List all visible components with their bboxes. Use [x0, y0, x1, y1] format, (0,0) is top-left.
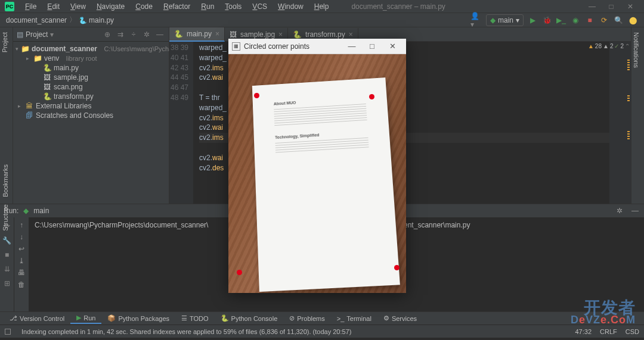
line-number-gutter: 38 39 40 41 42 43 44 45 46 47 48 49	[169, 42, 193, 204]
inspection-stripe[interactable]: ▲28 ▲2 ✓2 ⌃	[609, 42, 631, 204]
hide-icon[interactable]: —	[154, 30, 165, 39]
chevron-down-icon[interactable]: ▾	[50, 30, 54, 39]
debug-button-icon[interactable]: 🐞	[541, 15, 552, 26]
file-transform-py[interactable]: 🐍transform.py	[13, 92, 169, 101]
layout-icon[interactable]: ⊞	[2, 278, 13, 289]
minimize-icon[interactable]: —	[583, 1, 601, 13]
file-main-py[interactable]: 🐍main.py	[13, 63, 169, 73]
corner-dot-tl	[254, 93, 259, 98]
python-icon: ◆	[490, 16, 496, 24]
menu-window[interactable]: Window	[273, 1, 308, 12]
code-with-me-icon[interactable]: 👤▾	[470, 15, 482, 26]
corner-dot-bl	[237, 270, 242, 275]
title-bar: PC File Edit View Navigate Code Refactor…	[0, 0, 644, 13]
menu-refactor[interactable]: Refactor	[159, 1, 195, 12]
down-icon[interactable]: ↓	[20, 233, 23, 241]
close-tab-icon[interactable]: ×	[278, 30, 283, 39]
project-tree[interactable]: ▾📁 document_scanner C:\Users\mwang\Pycha…	[13, 42, 169, 123]
run-tab[interactable]: ▶Run	[70, 313, 101, 324]
run-button-icon[interactable]: ▶	[527, 15, 538, 26]
terminal-tab[interactable]: >_Terminal	[331, 314, 377, 323]
menu-file[interactable]: File	[20, 1, 41, 12]
maximize-icon[interactable]: □	[602, 1, 620, 13]
python-console-tab[interactable]: 🐍Python Console	[215, 313, 284, 323]
external-libraries-node[interactable]: ▸🏛External Libraries	[13, 101, 169, 111]
gear-icon[interactable]: ✲	[614, 205, 625, 216]
update-icon[interactable]: ⟳	[599, 15, 609, 26]
close-tab-icon[interactable]: ×	[349, 30, 353, 39]
stop-icon[interactable]: ■	[584, 15, 595, 26]
search-everywhere-icon[interactable]: 🔍	[613, 15, 624, 26]
warning-icon[interactable]: ▲	[588, 43, 594, 49]
profile-icon[interactable]: ◉	[570, 15, 581, 26]
cv-window-icon: ▦	[232, 42, 240, 51]
project-tool-button[interactable]: Project	[0, 27, 13, 57]
soft-wrap-icon[interactable]: ↩	[18, 245, 24, 253]
close-icon[interactable]: ✕	[382, 42, 402, 51]
line-separator[interactable]: CRLF	[600, 328, 617, 335]
folder-icon: ▤	[17, 30, 23, 39]
select-opened-icon[interactable]: ⊕	[102, 30, 113, 39]
todo-tab[interactable]: ☰TODO	[175, 313, 215, 323]
maximize-icon[interactable]: □	[362, 42, 382, 51]
cv-window-titlebar[interactable]: ▦ Circled corner points — □ ✕	[228, 39, 406, 54]
trash-icon[interactable]: 🗑	[18, 280, 25, 289]
caret-position[interactable]: 47:32	[575, 328, 592, 335]
project-title: Project	[26, 30, 48, 39]
minimize-icon[interactable]: —	[342, 42, 362, 51]
version-control-tab[interactable]: ⎇Version Control	[4, 313, 70, 323]
menu-navigate[interactable]: Navigate	[92, 1, 129, 12]
run-config-name: main	[33, 207, 49, 215]
close-icon[interactable]: ✕	[621, 1, 639, 13]
config-icon[interactable]: 🔧	[2, 235, 13, 246]
typo-icon[interactable]: ✓	[614, 43, 619, 49]
up-icon[interactable]: ↑	[20, 221, 23, 229]
expand-all-icon[interactable]: ⇉	[115, 30, 126, 39]
ide-actions-icon[interactable]: ⬤	[627, 15, 638, 26]
breadcrumb-file[interactable]: main.py	[79, 16, 114, 24]
structure-tool-button[interactable]: Structure	[0, 201, 11, 235]
menu-view[interactable]: View	[66, 1, 91, 12]
close-tab-icon[interactable]: ×	[215, 30, 219, 38]
pycharm-logo-icon: PC	[5, 2, 14, 11]
bottom-tool-bar: ⎇Version Control ▶Run 📦Python Packages ☰…	[0, 311, 644, 325]
breadcrumb-root[interactable]: document_scanner	[6, 16, 67, 24]
stop-icon[interactable]: ■	[2, 249, 13, 260]
menu-edit[interactable]: Edit	[42, 1, 64, 12]
menu-tools[interactable]: Tools	[220, 1, 246, 12]
status-tool-windows-icon[interactable]	[5, 329, 11, 335]
scroll-end-icon[interactable]: ⤓	[18, 257, 24, 265]
menu-run[interactable]: Run	[196, 1, 219, 12]
output-icon[interactable]: ⇊	[2, 264, 13, 275]
services-tab[interactable]: ⚙Services	[377, 313, 423, 323]
chevron-down-icon: ▾	[516, 16, 519, 24]
print-icon[interactable]: 🖶	[18, 269, 25, 277]
run-config-name: main	[498, 16, 513, 24]
cv-image-window[interactable]: ▦ Circled corner points — □ ✕ About MUO …	[228, 39, 406, 293]
project-root-node[interactable]: ▾📁 document_scanner C:\Users\mwang\Pycha…	[13, 44, 169, 54]
weak-warning-icon[interactable]: ▲	[603, 43, 609, 49]
right-tool-stripe: Notifications	[631, 27, 644, 204]
menu-help[interactable]: Help	[309, 1, 334, 12]
gear-icon[interactable]: ✲	[141, 30, 152, 39]
navigation-bar: document_scanner 〉 main.py 👤▾ ◆ main ▾ ▶…	[0, 13, 644, 27]
bookmarks-tool-button[interactable]: Bookmarks	[0, 161, 11, 201]
coverage-icon[interactable]: ▶⎯	[556, 15, 566, 26]
run-config-selector[interactable]: ◆ main ▾	[486, 14, 524, 26]
encoding-partial[interactable]: CSD	[626, 328, 639, 335]
main-menu: File Edit View Navigate Code Refactor Ru…	[20, 1, 333, 12]
venv-node[interactable]: ▸📁 venv library root	[13, 54, 169, 63]
scratches-node[interactable]: 🗐Scratches and Consoles	[13, 111, 169, 120]
file-sample-jpg[interactable]: 🖼sample.jpg	[13, 73, 169, 82]
hide-icon[interactable]: —	[630, 205, 640, 216]
menu-code[interactable]: Code	[131, 1, 157, 12]
menu-vcs[interactable]: VCS	[247, 1, 272, 12]
tab-main-py[interactable]: 🐍 main.py ×	[169, 27, 225, 42]
notifications-tool-button[interactable]: Notifications	[631, 27, 641, 73]
collapse-all-icon[interactable]: ÷	[128, 30, 139, 39]
left-stripe-lower: Bookmarks Structure	[0, 161, 13, 235]
problems-tab[interactable]: ⊘Problems	[283, 313, 330, 323]
corner-dot-tr	[369, 94, 374, 99]
python-packages-tab[interactable]: 📦Python Packages	[101, 313, 175, 323]
file-scan-png[interactable]: 🖼scan.png	[13, 82, 169, 92]
